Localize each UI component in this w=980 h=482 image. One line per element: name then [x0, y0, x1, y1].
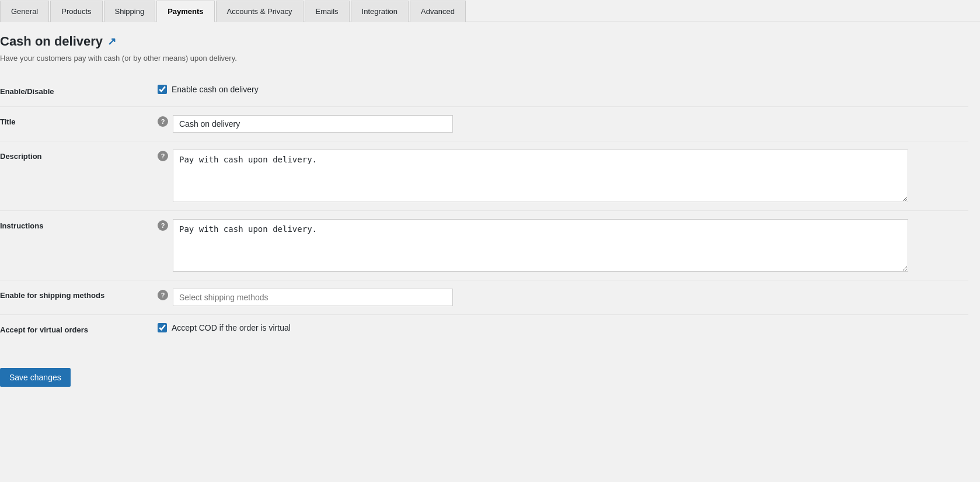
virtual-orders-checkbox[interactable]: [158, 323, 167, 332]
shipping-methods-row: Enable for shipping methods ?: [0, 280, 968, 314]
tab-shipping[interactable]: Shipping: [104, 1, 156, 22]
settings-form: Enable/Disable Enable cash on delivery T…: [0, 77, 968, 345]
page-subtitle: Have your customers pay with cash (or by…: [0, 54, 968, 63]
virtual-orders-checkbox-label[interactable]: Accept COD if the order is virtual: [172, 323, 291, 332]
virtual-orders-field: Accept COD if the order is virtual: [152, 315, 968, 341]
tab-products[interactable]: Products: [50, 1, 102, 22]
instructions-textarea[interactable]: Pay with cash upon delivery.: [173, 219, 908, 272]
description-label: Description: [0, 141, 152, 171]
enable-disable-row: Enable/Disable Enable cash on delivery: [0, 77, 968, 106]
enable-disable-label: Enable/Disable: [0, 77, 152, 106]
tabs-nav: General Products Shipping Payments Accou…: [0, 0, 980, 22]
enable-disable-field: Enable cash on delivery: [152, 77, 968, 102]
page-title-container: Cash on delivery ↗: [0, 34, 968, 49]
description-row: Description ? Pay with cash upon deliver…: [0, 141, 968, 210]
description-help-icon[interactable]: ?: [158, 151, 168, 161]
tab-accounts-privacy[interactable]: Accounts & Privacy: [216, 1, 304, 22]
tab-integration[interactable]: Integration: [351, 1, 409, 22]
tab-advanced[interactable]: Advanced: [410, 1, 466, 22]
description-field: ? Pay with cash upon delivery.: [152, 141, 968, 210]
enable-checkbox-label[interactable]: Enable cash on delivery: [172, 85, 259, 94]
enable-checkbox-row: Enable cash on delivery: [158, 85, 259, 94]
save-button[interactable]: Save changes: [0, 368, 71, 387]
title-input[interactable]: [173, 115, 453, 133]
main-content: Cash on delivery ↗ Have your customers p…: [0, 22, 980, 431]
enable-checkbox[interactable]: [158, 85, 167, 94]
shipping-methods-label: Enable for shipping methods: [0, 280, 152, 310]
title-row: Title ?: [0, 106, 968, 141]
link-icon: ↗: [107, 35, 116, 48]
tab-payments[interactable]: Payments: [156, 1, 214, 22]
page-title-link[interactable]: ↗: [107, 35, 116, 48]
instructions-field: ? Pay with cash upon delivery.: [152, 211, 968, 280]
tab-general[interactable]: General: [0, 1, 49, 22]
shipping-methods-help-icon[interactable]: ?: [158, 290, 168, 300]
shipping-methods-input[interactable]: [173, 289, 453, 306]
description-textarea[interactable]: Pay with cash upon delivery.: [173, 150, 908, 202]
virtual-orders-label: Accept for virtual orders: [0, 315, 152, 345]
instructions-label: Instructions: [0, 211, 152, 241]
save-section: Save changes: [0, 356, 968, 393]
virtual-orders-checkbox-row: Accept COD if the order is virtual: [158, 323, 291, 332]
title-help-icon[interactable]: ?: [158, 116, 168, 127]
tab-emails[interactable]: Emails: [305, 1, 350, 22]
shipping-methods-field: ?: [152, 280, 968, 314]
page-title: Cash on delivery: [0, 34, 103, 49]
virtual-orders-row: Accept for virtual orders Accept COD if …: [0, 314, 968, 345]
instructions-help-icon[interactable]: ?: [158, 220, 168, 231]
title-label: Title: [0, 107, 152, 137]
instructions-row: Instructions ? Pay with cash upon delive…: [0, 210, 968, 280]
title-field: ?: [152, 107, 968, 141]
